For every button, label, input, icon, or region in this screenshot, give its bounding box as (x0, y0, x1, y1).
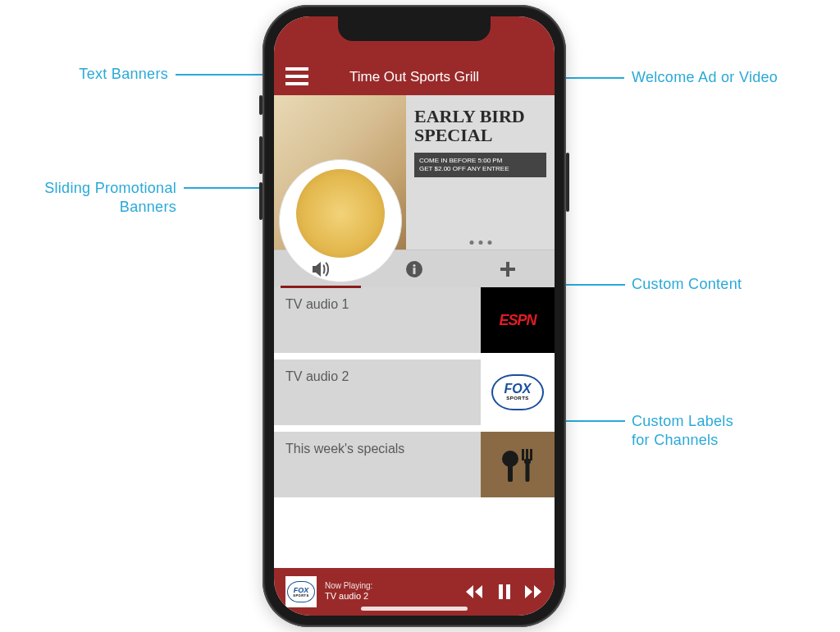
rewind-button[interactable] (466, 585, 484, 598)
player-controls (466, 584, 543, 599)
channel-thumb-food (481, 432, 555, 497)
svg-rect-6 (508, 465, 513, 482)
channel-label: This week's specials (274, 432, 481, 497)
promo-badge: COME IN BEFORE 5:00 PM GET $2.00 OFF ANY… (414, 153, 546, 177)
promo-title-line1: EARLY BIRD (414, 106, 525, 126)
now-playing-track: TV audio 2 (325, 591, 458, 602)
now-playing-thumb[interactable]: FOX SPORTS (285, 576, 317, 607)
menu-icon[interactable] (285, 67, 308, 85)
tab-bar (274, 250, 555, 287)
callout-text-banners: Text Banners (16, 66, 168, 83)
volume-down[interactable] (259, 182, 262, 220)
promo-banner[interactable]: EARLY BIRD SPECIAL COME IN BEFORE 5:00 P… (274, 95, 555, 250)
svg-rect-7 (522, 449, 524, 460)
callout-label: Text Banners (79, 66, 168, 82)
promo-badge-line2: GET $2.00 OFF ANY ENTREE (419, 165, 509, 172)
channel-logo-fox: FOX SPORTS (481, 360, 555, 425)
pause-button[interactable] (499, 584, 510, 599)
callout-label-line2: Banners (120, 199, 176, 215)
svg-rect-13 (506, 584, 510, 599)
promo-title: EARLY BIRD SPECIAL (414, 107, 546, 144)
phone-screen: Time Out Sports Grill EARLY BIRD SPECIAL… (274, 16, 555, 616)
callout-label-line1: Custom Labels (632, 413, 733, 429)
callout-label-line1: Sliding Promotional (44, 180, 176, 196)
promo-text-panel: EARLY BIRD SPECIAL COME IN BEFORE 5:00 P… (406, 95, 555, 250)
callout-label-line2: for Channels (632, 432, 719, 448)
carousel-dots[interactable] (469, 240, 491, 245)
pause-icon (499, 584, 510, 599)
app-title: Time Out Sports Grill (349, 69, 479, 85)
phone-notch (338, 16, 491, 41)
channel-label: TV audio 2 (274, 360, 481, 425)
forward-icon (525, 585, 543, 598)
home-indicator[interactable] (361, 607, 468, 611)
espn-logo-text: ESPN (499, 312, 536, 329)
channel-label: TV audio 1 (274, 287, 481, 353)
channel-list[interactable]: TV audio 1 ESPN TV audio 2 FOX SPORTS Th… (274, 287, 555, 568)
phone-frame: Time Out Sports Grill EARLY BIRD SPECIAL… (262, 5, 566, 627)
callout-welcome-ad: Welcome Ad or Video (632, 69, 778, 86)
svg-rect-4 (500, 268, 515, 271)
promo-title-line2: SPECIAL (414, 125, 492, 145)
callout-custom-labels: Custom Labels for Channels (632, 412, 733, 449)
info-icon (405, 260, 423, 278)
fox-logo-sub: SPORTS (506, 396, 529, 401)
mute-switch[interactable] (259, 95, 262, 115)
list-item[interactable]: TV audio 2 FOX SPORTS (274, 360, 555, 432)
utensils-icon (495, 442, 540, 487)
volume-up[interactable] (259, 136, 262, 174)
power-button[interactable] (566, 153, 569, 212)
promo-badge-line1: COME IN BEFORE 5:00 PM (419, 157, 502, 164)
svg-point-1 (413, 263, 415, 266)
rewind-icon (466, 585, 484, 598)
callout-label: Welcome Ad or Video (632, 69, 778, 85)
svg-rect-11 (526, 462, 530, 482)
speaker-icon (311, 261, 331, 277)
fox-logo-text: FOX (504, 382, 532, 396)
food-shape (296, 169, 385, 258)
callout-custom-content: Custom Content (632, 276, 742, 293)
leader-line (176, 74, 274, 76)
now-playing-meta: Now Playing: TV audio 2 (325, 581, 458, 602)
forward-button[interactable] (525, 585, 543, 598)
list-item[interactable]: TV audio 1 ESPN (274, 287, 555, 360)
svg-point-5 (502, 451, 518, 467)
callout-sliding-banners: Sliding Promotional Banners (16, 179, 176, 216)
svg-rect-8 (526, 449, 528, 460)
svg-rect-2 (413, 268, 415, 274)
channel-logo-espn: ESPN (481, 287, 555, 353)
list-item[interactable]: This week's specials (274, 432, 555, 504)
tab-info[interactable] (368, 250, 461, 287)
callout-label: Custom Content (632, 276, 742, 292)
now-playing-label: Now Playing: (325, 581, 458, 591)
svg-rect-9 (530, 449, 532, 460)
fox-logo-sub: SPORTS (293, 593, 308, 598)
promo-image (274, 95, 406, 250)
tab-audio[interactable] (274, 250, 368, 287)
svg-rect-12 (499, 584, 503, 599)
tab-plus[interactable] (461, 250, 555, 287)
plus-icon (499, 260, 517, 278)
